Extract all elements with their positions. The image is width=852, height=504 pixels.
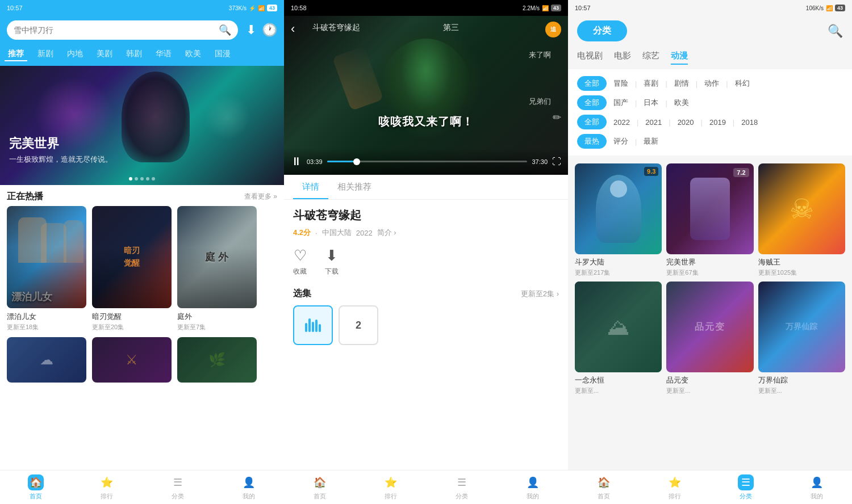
content-card-2[interactable]: 7.2 完美世界 更新至67集 (666, 163, 753, 277)
filter-2022[interactable]: 2022 (613, 118, 630, 127)
content-card-6[interactable]: 万界仙踪 万界仙踪 更新至... (758, 282, 845, 395)
search-icon[interactable]: 🔍 (219, 24, 231, 36)
edit-icon[interactable]: ✏ (553, 111, 561, 124)
back-button[interactable]: ‹ (291, 22, 295, 36)
nav-category-p2[interactable]: ☰ 分类 (426, 474, 497, 501)
episode-more[interactable]: 更新至2集 › (521, 289, 559, 299)
filter-2019[interactable]: 2019 (709, 118, 726, 127)
history-icon[interactable]: 🕐 (262, 23, 277, 37)
filter-adventure[interactable]: 冒险 (613, 78, 628, 89)
tab-anime[interactable]: 国漫 (211, 48, 234, 61)
category-button[interactable]: 分类 (577, 20, 627, 41)
total-time: 37:30 (532, 158, 548, 165)
card-ep-1: 更新至217集 (575, 268, 662, 277)
tab-related[interactable]: 相关推荐 (328, 175, 381, 199)
progress-bar[interactable] (327, 161, 528, 162)
filter-drama[interactable]: 剧情 (674, 78, 689, 89)
rating: 4.2分 (293, 228, 311, 238)
card-name-3: 海贼王 (758, 257, 845, 267)
thumbnail-2: 暗刃 觉醒 (92, 206, 172, 308)
dot-sep: · (315, 229, 318, 237)
panel-home: 10:57 373K/s ⚡ 📶 43 🔍 ⬇ 🕐 推荐 新剧 内地 美剧 韩剧… (0, 0, 284, 504)
heart-icon: ♡ (294, 247, 307, 264)
content-card-4[interactable]: ⛰ 一念永恒 更新至... (575, 282, 662, 395)
filter-all-region[interactable]: 全部 (577, 95, 607, 110)
episode-item-2[interactable]: 2 (339, 305, 378, 345)
home-banner[interactable]: 完美世界 一生极致辉煌，造就无尽传说。 (0, 66, 284, 185)
tab-tv[interactable]: 电视剧 (577, 48, 603, 65)
bluetooth-icon: ⚡ (249, 5, 256, 11)
tab-cn[interactable]: 华语 (152, 48, 175, 61)
nav-home-p3[interactable]: 🏠 首页 (568, 474, 639, 501)
episode-list: 2 (293, 305, 559, 345)
filter-2018[interactable]: 2018 (741, 118, 758, 127)
hot-more[interactable]: 查看更多 » (244, 192, 277, 201)
nav-rank-label-p2: 排行 (385, 492, 397, 501)
filter-hot[interactable]: 最热 (577, 134, 607, 149)
category-icon-p2: ☰ (454, 474, 470, 490)
list-item[interactable]: ☁ (7, 337, 86, 383)
status-bar-p2: 10:58 2.2M/s 📶 43 (284, 0, 568, 16)
thumbnail-3: 庭 外 (177, 206, 257, 308)
search-input[interactable] (14, 26, 214, 35)
tab-eu[interactable]: 欧美 (182, 48, 204, 61)
pause-button[interactable]: ⏸ (291, 155, 302, 168)
list-item[interactable]: 🌿 (177, 337, 257, 383)
tab-variety[interactable]: 综艺 (642, 48, 659, 65)
collect-button[interactable]: ♡ 收藏 (293, 247, 307, 276)
video-player[interactable]: 咳咳我又来了啊！ 来了啊 兄弟们 ‹ 斗破苍穹缘起 第三 追 ✏ ⏸ 03:39… (284, 16, 568, 175)
filter-2020[interactable]: 2020 (678, 118, 694, 127)
nav-mine-p2[interactable]: 👤 我的 (497, 474, 568, 501)
card-ep-4: 更新至... (575, 387, 662, 395)
nav-item-home[interactable]: 🏠 首页 (0, 474, 71, 501)
content-card-1[interactable]: 9.3 斗罗大陆 更新至217集 (575, 163, 662, 277)
download-button[interactable]: ⬇ 下载 (325, 247, 339, 276)
search-icon-p3[interactable]: 🔍 (828, 24, 843, 39)
intro-link[interactable]: 简介 › (377, 228, 396, 238)
content-card-5[interactable]: 品元变 品元变 更新至... (666, 282, 753, 395)
mine-icon-p2: 👤 (525, 474, 541, 490)
tab-inland[interactable]: 内地 (64, 48, 86, 61)
rank-icon-p3: ⭐ (667, 474, 683, 490)
card-ep-3: 更新至1025集 (758, 268, 845, 277)
filter-scifi[interactable]: 科幻 (735, 78, 750, 89)
filter-all-year[interactable]: 全部 (577, 115, 607, 129)
list-item[interactable]: ⚔ (92, 337, 172, 383)
video-title-display: 斗破苍穹缘起 (312, 23, 360, 33)
nav-item-mine[interactable]: 👤 我的 (213, 474, 284, 501)
download-icon[interactable]: ⬇ (246, 23, 256, 37)
home-icon-p3: 🏠 (596, 474, 612, 490)
filter-domestic[interactable]: 国产 (613, 98, 628, 108)
filter-action[interactable]: 动作 (704, 78, 719, 89)
tab-us[interactable]: 美剧 (93, 48, 116, 61)
filter-comedy[interactable]: 喜剧 (644, 78, 658, 89)
episode-item-1[interactable] (293, 305, 333, 345)
nav-category-p3[interactable]: ☰ 分类 (710, 474, 781, 501)
tab-new[interactable]: 新剧 (34, 48, 57, 61)
nav-home-p2[interactable]: 🏠 首页 (284, 474, 355, 501)
filter-newest[interactable]: 最新 (644, 136, 658, 146)
tab-detail[interactable]: 详情 (293, 175, 328, 199)
nav-rank-p2[interactable]: ⭐ 排行 (355, 474, 426, 501)
tab-recommend[interactable]: 推荐 (5, 48, 27, 61)
list-item[interactable]: 漂泊儿女 漂泊儿女 更新至18集 (7, 206, 86, 331)
nav-mine-label-p3: 我的 (811, 492, 823, 501)
content-card-3[interactable]: ☠ 海贼王 更新至1025集 (758, 163, 845, 277)
filter-rating[interactable]: 评分 (613, 136, 628, 146)
nav-rank-p3[interactable]: ⭐ 排行 (639, 474, 710, 501)
category-icon: ☰ (170, 474, 186, 490)
filter-all-genre[interactable]: 全部 (577, 76, 607, 91)
list-item[interactable]: 庭 外 庭外 更新至7集 (177, 206, 257, 331)
nav-item-rank[interactable]: ⭐ 排行 (71, 474, 142, 501)
filter-2021[interactable]: 2021 (645, 118, 662, 127)
filter-eu-us[interactable]: 欧美 (674, 98, 689, 108)
tab-anime-p3[interactable]: 动漫 (671, 48, 688, 65)
fullscreen-button[interactable]: ⛶ (552, 157, 561, 167)
filter-japan[interactable]: 日本 (644, 98, 658, 108)
tab-movie[interactable]: 电影 (614, 48, 631, 65)
tab-kr[interactable]: 韩剧 (123, 48, 145, 61)
nav-item-category[interactable]: ☰ 分类 (142, 474, 213, 501)
list-item[interactable]: 暗刃 觉醒 暗刃觉醒 更新至20集 (92, 206, 172, 331)
progress-row: ⏸ 03:39 37:30 ⛶ (291, 155, 561, 168)
nav-mine-p3[interactable]: 👤 我的 (781, 474, 852, 501)
